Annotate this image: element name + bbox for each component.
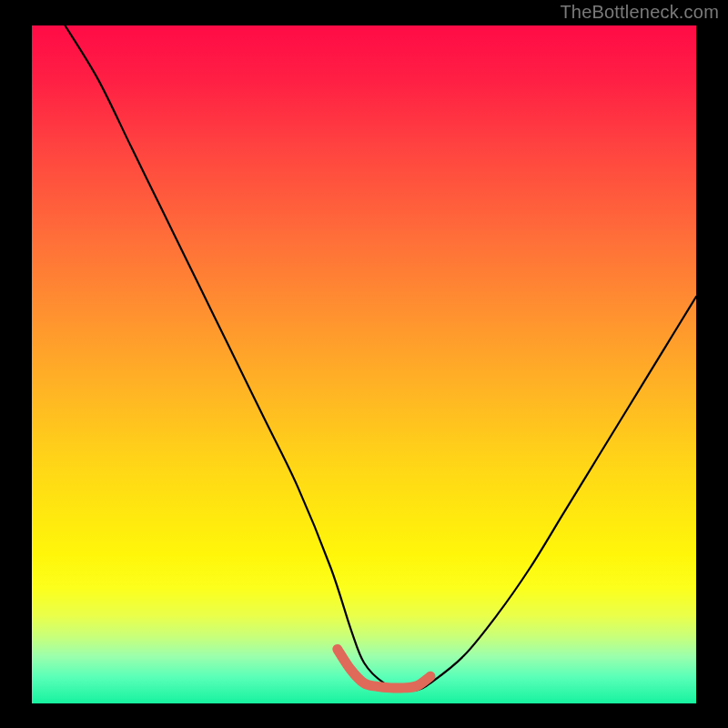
chart-svg <box>32 25 696 703</box>
plot-area <box>32 25 696 703</box>
chart-frame: TheBottleneck.com <box>0 0 728 728</box>
bottleneck-curve <box>66 25 697 691</box>
attribution-label: TheBottleneck.com <box>560 2 719 23</box>
